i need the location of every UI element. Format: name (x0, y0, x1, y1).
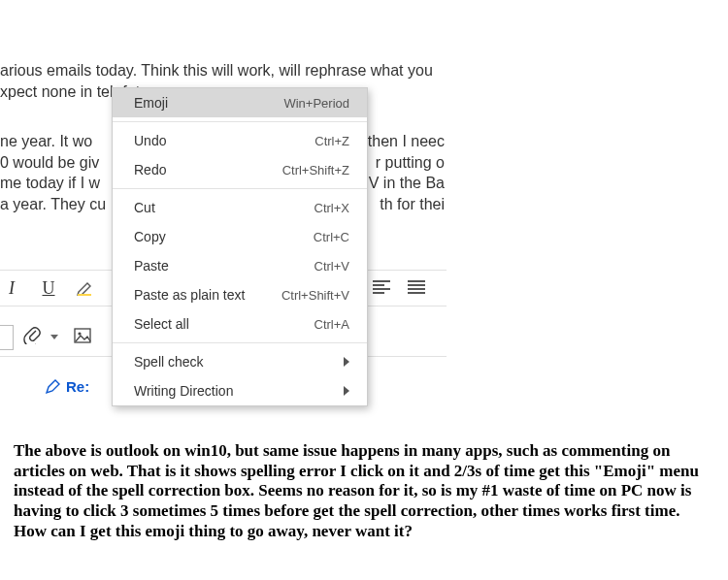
body-fragment: r putting o (376, 152, 445, 174)
menu-label: Cut (134, 200, 155, 215)
menu-item-writing-direction[interactable]: Writing Direction (113, 376, 367, 405)
menu-shortcut: Ctrl+Z (314, 134, 349, 148)
svg-rect-0 (78, 294, 91, 296)
body-fragment: V in the Ba (369, 173, 445, 194)
menu-item-select-all[interactable]: Select all Ctrl+A (113, 309, 367, 338)
body-line: xpect none in (0, 83, 97, 100)
menu-separator (113, 121, 367, 122)
body-fragment: me today if I w (0, 173, 100, 194)
highlighter-icon (76, 279, 95, 297)
menu-label: Paste as plain text (134, 287, 245, 303)
menu-item-copy[interactable]: Copy Ctrl+C (113, 222, 367, 251)
submenu-arrow-icon (344, 357, 349, 367)
menu-shortcut: Ctrl+C (314, 230, 349, 244)
menu-item-emoji[interactable]: Emoji Win+Period (113, 88, 367, 117)
caption-text: The above is outlook on win10, but same … (14, 441, 714, 542)
chevron-down-icon[interactable] (50, 335, 58, 339)
menu-shortcut: Ctrl+X (314, 201, 349, 215)
pencil-icon (45, 379, 60, 395)
menu-label: Emoji (134, 95, 168, 111)
menu-label: Paste (134, 258, 169, 274)
send-button-edge[interactable] (0, 325, 14, 350)
context-menu: Emoji Win+Period Undo Ctrl+Z Redo Ctrl+S… (112, 87, 368, 406)
body-fragment: th for thei (380, 194, 445, 215)
alignment-buttons (373, 270, 427, 306)
menu-item-cut[interactable]: Cut Ctrl+X (113, 193, 367, 222)
highlight-button[interactable] (74, 276, 97, 300)
align-justify-button[interactable] (408, 280, 427, 296)
body-fragment: ne year. It wo (0, 131, 92, 152)
body-fragment: a year. They cu (0, 194, 106, 215)
body-line: arious emails today. Think this will wor… (0, 62, 433, 79)
menu-label: Spell check (134, 354, 204, 370)
submenu-arrow-icon (344, 386, 349, 396)
menu-item-undo[interactable]: Undo Ctrl+Z (113, 126, 367, 155)
menu-item-spell-check[interactable]: Spell check (113, 347, 367, 376)
menu-separator (113, 342, 367, 343)
menu-shortcut: Ctrl+Shift+Z (282, 163, 349, 177)
menu-shortcut: Win+Period (283, 96, 349, 111)
menu-separator (113, 188, 367, 189)
menu-item-paste[interactable]: Paste Ctrl+V (113, 251, 367, 280)
menu-label: Copy (134, 229, 166, 244)
menu-shortcut: Ctrl+A (314, 317, 349, 332)
body-fragment: then I neec (368, 131, 445, 152)
align-left-button[interactable] (373, 280, 392, 296)
menu-shortcut: Ctrl+V (314, 259, 349, 274)
underline-button[interactable]: U (37, 276, 60, 300)
menu-shortcut: Ctrl+Shift+V (281, 288, 349, 303)
subject-line[interactable]: Re: (45, 378, 89, 395)
body-fragment: 0 would be giv (0, 152, 99, 174)
menu-item-paste-plain[interactable]: Paste as plain text Ctrl+Shift+V (113, 280, 367, 309)
menu-item-redo[interactable]: Redo Ctrl+Shift+Z (113, 155, 367, 184)
paperclip-icon[interactable] (23, 325, 41, 349)
subject-prefix: Re: (66, 378, 89, 395)
menu-label: Undo (134, 133, 166, 148)
italic-button[interactable]: I (0, 276, 23, 300)
menu-label: Select all (134, 316, 189, 332)
image-icon[interactable] (74, 328, 91, 346)
menu-label: Writing Direction (134, 383, 233, 399)
menu-label: Redo (134, 162, 166, 177)
svg-point-2 (78, 332, 81, 335)
